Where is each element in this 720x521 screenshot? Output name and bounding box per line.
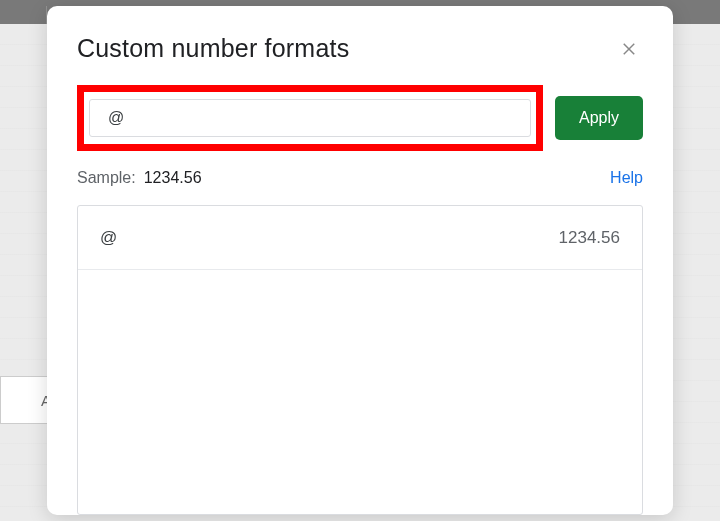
apply-button[interactable]: Apply bbox=[555, 96, 643, 140]
close-button[interactable] bbox=[615, 35, 643, 63]
sample-row: Sample: 1234.56 Help bbox=[77, 169, 643, 187]
sample-value: 1234.56 bbox=[144, 169, 202, 187]
highlight-annotation bbox=[77, 85, 543, 151]
formats-list: @1234.56 bbox=[77, 205, 643, 515]
dialog-title: Custom number formats bbox=[77, 34, 349, 63]
format-preview: 1234.56 bbox=[559, 228, 620, 248]
format-pattern: @ bbox=[100, 228, 117, 248]
format-pattern-input[interactable] bbox=[89, 99, 531, 137]
sample-left: Sample: 1234.56 bbox=[77, 169, 202, 187]
close-icon bbox=[620, 40, 638, 58]
format-input-row: Apply bbox=[77, 85, 643, 151]
active-cell-indicator: A bbox=[0, 376, 48, 424]
dialog-header: Custom number formats bbox=[77, 34, 643, 63]
custom-number-formats-dialog: Custom number formats Apply Sample: 1234… bbox=[47, 6, 673, 515]
format-row[interactable]: @1234.56 bbox=[78, 206, 642, 270]
sample-label: Sample: bbox=[77, 169, 136, 187]
help-link[interactable]: Help bbox=[610, 169, 643, 187]
